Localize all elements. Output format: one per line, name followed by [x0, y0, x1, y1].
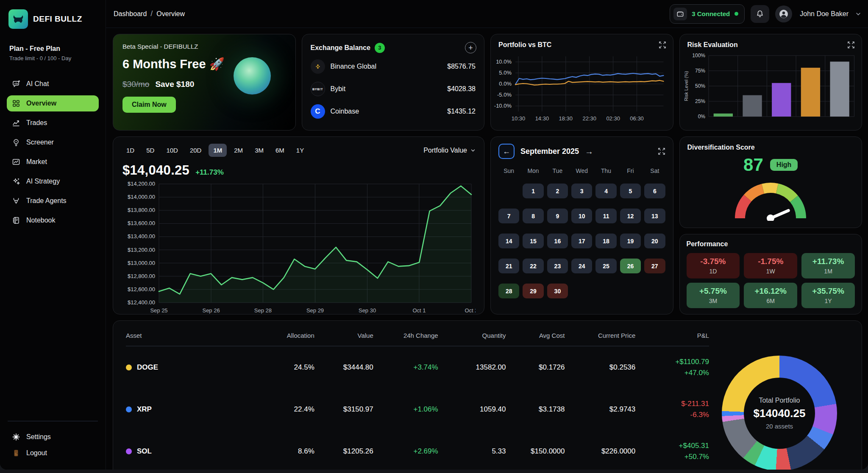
sidebar-item-label: Screener: [26, 139, 54, 146]
range-button-1y[interactable]: 1Y: [292, 144, 309, 157]
add-exchange-button[interactable]: +: [465, 42, 476, 53]
expand-icon[interactable]: [847, 41, 855, 49]
svg-text:50%: 50%: [695, 83, 705, 89]
exchange-row-coinbase[interactable]: C Coinbase $1435.12: [311, 104, 476, 119]
calendar-day-14[interactable]: 14: [498, 234, 519, 248]
calendar-day-13[interactable]: 13: [644, 209, 665, 223]
exchange-row-bybit[interactable]: BYB!T Bybit $4028.38: [311, 82, 476, 96]
range-button-20d[interactable]: 20D: [185, 144, 206, 157]
notifications-button[interactable]: [751, 5, 769, 23]
calendar-weekday-header: SunMonTueWedThuFriSat: [498, 167, 665, 174]
portfolio-value-chart: Sep 25Sep 26Sep 28Sep 29Sep 30Oct 1Oct 2…: [122, 180, 476, 310]
calendar-day-9[interactable]: 9: [547, 209, 568, 223]
range-button-3m[interactable]: 3M: [250, 144, 268, 157]
calendar-day-16[interactable]: 16: [547, 234, 568, 248]
logout-door-icon: [12, 449, 20, 457]
promo-save-amount: Save $180: [155, 80, 194, 89]
sidebar-item-screener[interactable]: Screener: [7, 134, 99, 150]
sidebar-item-overview[interactable]: Overview: [7, 95, 99, 111]
sidebar-item-settings[interactable]: Settings: [7, 429, 99, 445]
cell-avg_cost: $0.1726: [506, 363, 565, 372]
calendar-day-22[interactable]: 22: [523, 259, 543, 273]
calendar-day-1[interactable]: 1: [523, 184, 543, 198]
donut-center-value: $14040.25: [754, 407, 806, 420]
sidebar-item-trades[interactable]: Trades: [7, 115, 99, 131]
table-row-xrp[interactable]: XRP22.4%$3150.97+1.06%1059.40$3.1738$2.9…: [126, 388, 709, 430]
user-menu-chevron-down-icon[interactable]: [855, 11, 861, 17]
expand-icon[interactable]: [659, 41, 666, 49]
donut-center: Total Portfolio $14040.25 20 assets: [744, 378, 815, 449]
sidebar-item-ai-chat[interactable]: AI Chat: [7, 76, 99, 92]
sidebar-item-market[interactable]: Market: [7, 154, 99, 170]
calendar-day-6[interactable]: 6: [644, 184, 665, 198]
sidebar-item-trade-agents[interactable]: Trade Agents: [7, 193, 99, 209]
range-button-5d[interactable]: 5D: [142, 144, 159, 157]
range-button-1d[interactable]: 1D: [122, 144, 139, 157]
table-header-current-price: Current Price: [565, 332, 635, 339]
asset-symbol: DOGE: [137, 363, 158, 372]
svg-text:$12,800.00: $12,800.00: [128, 273, 155, 279]
calendar-day-26[interactable]: 26: [620, 259, 641, 273]
avatar[interactable]: [775, 6, 792, 22]
calendar-day-29[interactable]: 29: [523, 284, 543, 298]
calendar-day-28[interactable]: 28: [498, 284, 519, 298]
calendar-day-21[interactable]: 21: [498, 259, 519, 273]
breadcrumb-section[interactable]: Dashboard: [114, 10, 147, 18]
svg-text:0.0%: 0.0%: [499, 81, 512, 87]
calendar-day-15[interactable]: 15: [523, 234, 543, 248]
calendar-day-19[interactable]: 19: [620, 234, 641, 248]
calendar-day-24[interactable]: 24: [571, 259, 592, 273]
calendar-day-5[interactable]: 5: [620, 184, 641, 198]
claim-now-button[interactable]: Claim Now: [122, 97, 176, 113]
calendar-day-23[interactable]: 23: [547, 259, 568, 273]
calendar-day-4[interactable]: 4: [595, 184, 616, 198]
calendar-day-20[interactable]: 20: [644, 234, 665, 248]
range-button-10d[interactable]: 10D: [161, 144, 183, 157]
range-button-1m[interactable]: 1M: [209, 144, 227, 157]
connected-wallets-button[interactable]: 3 Connected: [670, 4, 745, 24]
calendar-day-10[interactable]: 10: [571, 209, 592, 223]
table-row-doge[interactable]: DOGE24.5%$3444.80+3.74%13582.00$0.1726$0…: [126, 346, 709, 388]
table-header-value: Value: [314, 332, 373, 339]
calendar-day-17[interactable]: 17: [571, 234, 592, 248]
calendar-day-3[interactable]: 3: [571, 184, 592, 198]
calendar-day-12[interactable]: 12: [620, 209, 641, 223]
sidebar-item-notebook[interactable]: Notebook: [7, 212, 99, 228]
performance-card: Performance -3.75%1D -1.75%1W +11.73%1M …: [679, 234, 862, 314]
calendar-empty-cell: [644, 284, 665, 298]
calendar-day-25[interactable]: 25: [595, 259, 616, 273]
sidebar-item-logout[interactable]: Logout: [7, 445, 99, 461]
metric-dropdown[interactable]: Portfolio Value: [423, 147, 476, 154]
exchange-row-binance[interactable]: Binance Global $8576.75: [311, 59, 476, 74]
calendar-day-11[interactable]: 11: [595, 209, 616, 223]
calendar-prev-button[interactable]: ←: [498, 144, 515, 159]
sidebar-item-label: Notebook: [26, 217, 56, 224]
calendar-next-button[interactable]: →: [585, 147, 593, 156]
calendar-empty-cell: [595, 284, 616, 298]
range-button-6m[interactable]: 6M: [271, 144, 289, 157]
calendar-empty-cell: [498, 184, 519, 198]
calendar-day-30[interactable]: 30: [547, 284, 568, 298]
brand[interactable]: DEFI BULLZ: [7, 8, 99, 29]
portfolio-vs-btc-chart: 10:3014:3018:3022:3002:3006:3010.0%5.0%0…: [493, 52, 670, 123]
app-root: DEFI BULLZ Plan - Free Plan Trade limit …: [0, 0, 868, 470]
calendar-day-18[interactable]: 18: [595, 234, 616, 248]
svg-text:02:30: 02:30: [606, 115, 620, 122]
sidebar-item-ai-strategy[interactable]: AI Strategy: [7, 173, 99, 189]
wallet-icon: [673, 8, 687, 20]
weekday-label: Mon: [523, 167, 543, 174]
expand-icon[interactable]: [658, 147, 665, 155]
cell-current_price: $2.9743: [565, 405, 635, 414]
svg-text:$12,400.00: $12,400.00: [128, 299, 155, 306]
svg-text:0%: 0%: [698, 114, 705, 120]
svg-text:10:30: 10:30: [512, 115, 526, 122]
calendar-day-7[interactable]: 7: [498, 209, 519, 223]
calendar-day-2[interactable]: 2: [547, 184, 568, 198]
cell-change: +3.74%: [373, 363, 438, 372]
right-column: Diversification Score 87 High Performanc…: [679, 136, 862, 314]
range-button-2m[interactable]: 2M: [229, 144, 248, 157]
calendar-day-27[interactable]: 27: [644, 259, 665, 273]
brand-name: DEFI BULLZ: [33, 14, 82, 24]
calendar-day-8[interactable]: 8: [523, 209, 543, 223]
table-row-sol[interactable]: SOL8.6%$1205.26+2.69%5.33$150.0000$226.0…: [126, 430, 709, 470]
